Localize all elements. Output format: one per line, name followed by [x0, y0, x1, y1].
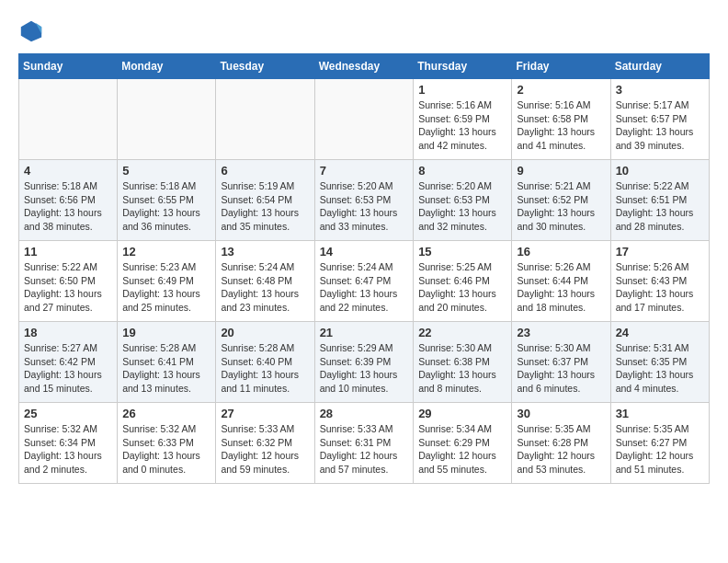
day-info: Sunrise: 5:31 AM Sunset: 6:35 PM Dayligh…: [616, 341, 704, 396]
day-info: Sunrise: 5:20 AM Sunset: 6:53 PM Dayligh…: [418, 179, 506, 234]
day-number: 30: [517, 407, 605, 420]
day-number: 10: [616, 164, 704, 178]
day-number: 21: [320, 326, 409, 339]
calendar-week-row: 11Sunrise: 5:22 AM Sunset: 6:50 PM Dayli…: [19, 241, 710, 322]
day-info: Sunrise: 5:28 AM Sunset: 6:40 PM Dayligh…: [221, 341, 309, 396]
day-number: 1: [418, 83, 506, 97]
calendar-cell: 1Sunrise: 5:16 AM Sunset: 6:59 PM Daylig…: [414, 79, 512, 160]
svg-marker-0: [21, 21, 41, 41]
day-number: 15: [418, 245, 506, 259]
day-info: Sunrise: 5:34 AM Sunset: 6:29 PM Dayligh…: [418, 422, 506, 477]
day-number: 31: [616, 407, 704, 420]
day-number: 24: [616, 326, 704, 339]
day-number: 5: [122, 164, 210, 178]
calendar-cell: 7Sunrise: 5:20 AM Sunset: 6:53 PM Daylig…: [314, 160, 414, 241]
day-number: 7: [320, 164, 409, 178]
day-number: 11: [24, 245, 112, 259]
day-info: Sunrise: 5:30 AM Sunset: 6:38 PM Dayligh…: [418, 341, 506, 396]
calendar-cell: 11Sunrise: 5:22 AM Sunset: 6:50 PM Dayli…: [19, 241, 118, 322]
calendar-cell: 24Sunrise: 5:31 AM Sunset: 6:35 PM Dayli…: [610, 322, 709, 403]
day-info: Sunrise: 5:22 AM Sunset: 6:51 PM Dayligh…: [616, 179, 704, 234]
calendar-cell: 16Sunrise: 5:26 AM Sunset: 6:44 PM Dayli…: [512, 241, 610, 322]
day-number: 13: [221, 245, 309, 259]
calendar-cell: 19Sunrise: 5:28 AM Sunset: 6:41 PM Dayli…: [118, 322, 216, 403]
page-header: [18, 18, 710, 44]
day-info: Sunrise: 5:25 AM Sunset: 6:46 PM Dayligh…: [418, 260, 506, 315]
calendar-cell: [216, 79, 314, 160]
day-info: Sunrise: 5:18 AM Sunset: 6:56 PM Dayligh…: [24, 179, 112, 234]
calendar-cell: 3Sunrise: 5:17 AM Sunset: 6:57 PM Daylig…: [610, 79, 709, 160]
calendar-cell: [118, 79, 216, 160]
calendar-cell: 27Sunrise: 5:33 AM Sunset: 6:32 PM Dayli…: [216, 403, 314, 484]
day-number: 2: [517, 83, 605, 97]
header-row: SundayMondayTuesdayWednesdayThursdayFrid…: [19, 54, 710, 79]
calendar-cell: 15Sunrise: 5:25 AM Sunset: 6:46 PM Dayli…: [414, 241, 512, 322]
calendar-cell: 20Sunrise: 5:28 AM Sunset: 6:40 PM Dayli…: [216, 322, 314, 403]
calendar-cell: 29Sunrise: 5:34 AM Sunset: 6:29 PM Dayli…: [414, 403, 512, 484]
day-info: Sunrise: 5:23 AM Sunset: 6:49 PM Dayligh…: [122, 260, 210, 315]
day-info: Sunrise: 5:30 AM Sunset: 6:37 PM Dayligh…: [517, 341, 605, 396]
calendar-cell: 12Sunrise: 5:23 AM Sunset: 6:49 PM Dayli…: [118, 241, 216, 322]
calendar-cell: 5Sunrise: 5:18 AM Sunset: 6:55 PM Daylig…: [118, 160, 216, 241]
calendar-table: SundayMondayTuesdayWednesdayThursdayFrid…: [18, 53, 710, 484]
calendar-week-row: 18Sunrise: 5:27 AM Sunset: 6:42 PM Dayli…: [19, 322, 710, 403]
day-info: Sunrise: 5:26 AM Sunset: 6:44 PM Dayligh…: [517, 260, 605, 315]
day-number: 26: [122, 407, 210, 420]
day-number: 9: [517, 164, 605, 178]
calendar-week-row: 25Sunrise: 5:32 AM Sunset: 6:34 PM Dayli…: [19, 403, 710, 484]
calendar-cell: 18Sunrise: 5:27 AM Sunset: 6:42 PM Dayli…: [19, 322, 118, 403]
day-number: 25: [24, 407, 112, 420]
day-info: Sunrise: 5:33 AM Sunset: 6:31 PM Dayligh…: [320, 422, 409, 477]
day-number: 29: [418, 407, 506, 420]
day-number: 12: [122, 245, 210, 259]
day-number: 4: [24, 164, 112, 178]
day-number: 17: [616, 245, 704, 259]
col-header-wednesday: Wednesday: [314, 54, 414, 79]
day-info: Sunrise: 5:28 AM Sunset: 6:41 PM Dayligh…: [122, 341, 210, 396]
day-number: 6: [221, 164, 309, 178]
col-header-sunday: Sunday: [19, 54, 118, 79]
calendar-cell: 13Sunrise: 5:24 AM Sunset: 6:48 PM Dayli…: [216, 241, 314, 322]
calendar-cell: 8Sunrise: 5:20 AM Sunset: 6:53 PM Daylig…: [414, 160, 512, 241]
col-header-monday: Monday: [118, 54, 216, 79]
calendar-cell: 23Sunrise: 5:30 AM Sunset: 6:37 PM Dayli…: [512, 322, 610, 403]
day-info: Sunrise: 5:27 AM Sunset: 6:42 PM Dayligh…: [24, 341, 112, 396]
day-info: Sunrise: 5:16 AM Sunset: 6:59 PM Dayligh…: [418, 98, 506, 153]
day-info: Sunrise: 5:35 AM Sunset: 6:27 PM Dayligh…: [616, 422, 704, 477]
day-info: Sunrise: 5:20 AM Sunset: 6:53 PM Dayligh…: [320, 179, 409, 234]
day-number: 19: [122, 326, 210, 339]
calendar-cell: 6Sunrise: 5:19 AM Sunset: 6:54 PM Daylig…: [216, 160, 314, 241]
col-header-saturday: Saturday: [610, 54, 709, 79]
calendar-cell: 14Sunrise: 5:24 AM Sunset: 6:47 PM Dayli…: [314, 241, 414, 322]
calendar-cell: [19, 79, 118, 160]
calendar-cell: 17Sunrise: 5:26 AM Sunset: 6:43 PM Dayli…: [610, 241, 709, 322]
calendar-cell: 4Sunrise: 5:18 AM Sunset: 6:56 PM Daylig…: [19, 160, 118, 241]
day-number: 23: [517, 326, 605, 339]
day-number: 20: [221, 326, 309, 339]
logo: [18, 18, 48, 44]
day-info: Sunrise: 5:17 AM Sunset: 6:57 PM Dayligh…: [616, 98, 704, 153]
day-info: Sunrise: 5:26 AM Sunset: 6:43 PM Dayligh…: [616, 260, 704, 315]
col-header-thursday: Thursday: [414, 54, 512, 79]
calendar-cell: 2Sunrise: 5:16 AM Sunset: 6:58 PM Daylig…: [512, 79, 610, 160]
day-info: Sunrise: 5:32 AM Sunset: 6:33 PM Dayligh…: [122, 422, 210, 477]
day-info: Sunrise: 5:18 AM Sunset: 6:55 PM Dayligh…: [122, 179, 210, 234]
calendar-week-row: 1Sunrise: 5:16 AM Sunset: 6:59 PM Daylig…: [19, 79, 710, 160]
day-info: Sunrise: 5:16 AM Sunset: 6:58 PM Dayligh…: [517, 98, 605, 153]
day-number: 28: [320, 407, 409, 420]
calendar-cell: 26Sunrise: 5:32 AM Sunset: 6:33 PM Dayli…: [118, 403, 216, 484]
day-number: 8: [418, 164, 506, 178]
day-number: 3: [616, 83, 704, 97]
col-header-friday: Friday: [512, 54, 610, 79]
day-info: Sunrise: 5:19 AM Sunset: 6:54 PM Dayligh…: [221, 179, 309, 234]
day-info: Sunrise: 5:22 AM Sunset: 6:50 PM Dayligh…: [24, 260, 112, 315]
calendar-cell: 25Sunrise: 5:32 AM Sunset: 6:34 PM Dayli…: [19, 403, 118, 484]
day-info: Sunrise: 5:32 AM Sunset: 6:34 PM Dayligh…: [24, 422, 112, 477]
day-number: 18: [24, 326, 112, 339]
day-info: Sunrise: 5:24 AM Sunset: 6:47 PM Dayligh…: [320, 260, 409, 315]
day-info: Sunrise: 5:21 AM Sunset: 6:52 PM Dayligh…: [517, 179, 605, 234]
day-info: Sunrise: 5:24 AM Sunset: 6:48 PM Dayligh…: [221, 260, 309, 315]
day-number: 22: [418, 326, 506, 339]
calendar-cell: 31Sunrise: 5:35 AM Sunset: 6:27 PM Dayli…: [610, 403, 709, 484]
day-info: Sunrise: 5:33 AM Sunset: 6:32 PM Dayligh…: [221, 422, 309, 477]
